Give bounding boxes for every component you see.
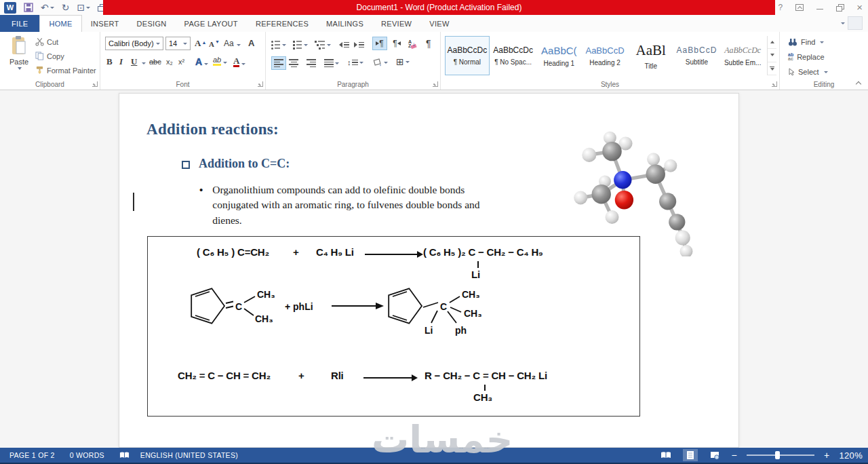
zoom-out-button[interactable]: − <box>732 450 737 461</box>
select-button[interactable]: Select <box>788 68 828 76</box>
read-mode-button[interactable] <box>658 449 673 461</box>
styles-gallery-more[interactable] <box>768 62 776 75</box>
paste-button[interactable]: Paste <box>5 35 33 80</box>
bullets-button[interactable] <box>271 38 286 52</box>
style-normal[interactable]: AaBbCcDc ¶ Normal <box>445 36 490 75</box>
style-title[interactable]: AaBl Title <box>629 36 673 75</box>
styles-dialog-launcher[interactable] <box>772 81 777 87</box>
ribbon-display-options-button[interactable] <box>795 4 804 11</box>
style-subtitle[interactable]: AaBbCcD Subtitle <box>675 36 719 75</box>
web-layout-button[interactable] <box>707 449 722 461</box>
paragraph-dialog-launcher[interactable] <box>433 81 438 87</box>
justify-button[interactable] <box>324 56 339 70</box>
tab-mailings[interactable]: MAILINGS <box>317 15 372 32</box>
decrease-indent-button[interactable] <box>339 38 349 52</box>
font-dialog-launcher[interactable] <box>258 81 263 87</box>
grow-font-button[interactable]: A▲ <box>195 38 206 49</box>
replace-button[interactable]: ab ac Replace <box>788 53 825 61</box>
print-layout-button[interactable] <box>683 449 698 461</box>
zoom-slider-thumb[interactable] <box>775 451 780 459</box>
redo-button[interactable]: ↻ <box>62 2 70 13</box>
show-hide-marks-button[interactable]: ¶ <box>426 37 431 50</box>
molecule-image[interactable] <box>564 124 700 256</box>
align-left-button[interactable] <box>271 56 286 70</box>
find-label: Find <box>801 38 815 46</box>
tab-home[interactable]: HOME <box>39 15 81 32</box>
zoom-level[interactable]: 120% <box>840 450 863 461</box>
close-button[interactable]: × <box>856 1 863 13</box>
format-painter-label: Format Painter <box>47 66 96 75</box>
style-heading2[interactable]: AaBbCcD Heading 2 <box>583 36 627 75</box>
font-size-select[interactable]: 14 <box>165 37 191 50</box>
bold-button[interactable]: B <box>106 56 113 67</box>
subscript-icon: x₂ <box>166 58 173 66</box>
page-indicator[interactable]: PAGE 1 OF 2 <box>9 451 55 459</box>
rtl-text-direction-button[interactable]: ¶ <box>389 37 404 50</box>
ribbon-tabs: FILE HOME INSERT DESIGN PAGE LAYOUT REFE… <box>0 15 868 32</box>
eq3-vertical-bond <box>484 385 486 391</box>
copy-button[interactable]: Copy <box>35 52 64 60</box>
font-family-select[interactable]: Calibri (Body) <box>105 37 163 50</box>
window-title: Document1 - Word (Product Activation Fai… <box>357 3 522 12</box>
change-case-button[interactable]: Aa <box>224 39 241 48</box>
superscript-button[interactable]: x² <box>178 58 184 66</box>
find-button[interactable]: Find <box>788 38 824 46</box>
tab-insert[interactable]: INSERT <box>82 15 128 32</box>
highlight-color-button[interactable]: ab <box>213 56 227 66</box>
save-icon[interactable] <box>24 3 33 12</box>
undo-button[interactable]: ↶ <box>41 2 54 13</box>
styles-scroll-up[interactable] <box>768 36 776 49</box>
document-page[interactable]: Addition reactions: Addition to C=C: • O… <box>119 93 739 448</box>
increase-indent-button[interactable] <box>354 38 364 52</box>
align-center-button[interactable] <box>289 56 298 70</box>
eq1-vertical-bond <box>477 261 479 268</box>
superscript-icon: x² <box>178 58 184 66</box>
proofing-status[interactable] <box>119 451 130 459</box>
styles-gallery-scroll <box>767 36 776 75</box>
style-heading1[interactable]: AaBbC( Heading 1 <box>536 36 581 75</box>
shrink-font-button[interactable]: A▼ <box>209 39 220 48</box>
italic-button[interactable]: I <box>119 56 123 67</box>
shading-button[interactable] <box>373 56 388 69</box>
editing-group-label: Editing <box>780 81 868 88</box>
select-label: Select <box>798 68 819 76</box>
subscript-button[interactable]: x₂ <box>166 58 173 66</box>
ltr-text-direction-button[interactable]: ¶ <box>372 37 387 50</box>
copy-icon <box>35 52 44 60</box>
tab-references[interactable]: REFERENCES <box>247 15 317 32</box>
style-subtle-emphasis[interactable]: AaBbCcDc Subtle Em... <box>720 36 765 75</box>
multilevel-list-button[interactable] <box>315 38 331 52</box>
clipboard-dialog-launcher[interactable] <box>92 81 98 87</box>
underline-button[interactable]: U <box>131 56 137 67</box>
font-color-button[interactable]: A <box>233 56 245 67</box>
tab-review[interactable]: REVIEW <box>372 15 420 32</box>
user-avatar[interactable] <box>848 16 863 30</box>
cut-button[interactable]: Cut <box>35 37 58 46</box>
numbering-button[interactable] <box>293 38 308 52</box>
format-painter-button[interactable]: Format Painter <box>35 66 96 75</box>
align-right-button[interactable] <box>307 56 316 70</box>
tab-file[interactable]: FILE <box>0 15 39 32</box>
collapse-ribbon-button[interactable] <box>856 81 861 86</box>
underline-dropdown[interactable] <box>142 62 146 64</box>
sort-button[interactable]: AZ ↓ <box>408 37 416 51</box>
styles-scroll-down[interactable] <box>768 49 776 62</box>
word-count[interactable]: 0 WORDS <box>70 451 104 459</box>
web-layout-icon <box>710 451 719 460</box>
style-no-spacing[interactable]: AaBbCcDc ¶ No Spac... <box>491 36 536 75</box>
account-dropdown-icon[interactable] <box>841 22 845 24</box>
zoom-slider[interactable] <box>747 455 814 456</box>
strikethrough-button[interactable]: abc <box>149 58 161 66</box>
tab-view[interactable]: VIEW <box>420 15 458 32</box>
language-indicator[interactable]: ENGLISH (UNITED STATES) <box>140 451 238 459</box>
help-button[interactable]: ? <box>778 3 783 12</box>
tab-page-layout[interactable]: PAGE LAYOUT <box>176 15 247 32</box>
line-spacing-button[interactable]: ↕ <box>347 56 363 69</box>
text-effects-button[interactable]: A <box>195 56 208 67</box>
zoom-in-button[interactable]: + <box>824 450 829 461</box>
draw-table-button[interactable]: ⊡ <box>77 2 90 13</box>
minimize-button[interactable] <box>816 9 823 10</box>
borders-button[interactable]: ⊞ <box>396 55 410 69</box>
tab-design[interactable]: DESIGN <box>128 15 176 32</box>
restore-button[interactable] <box>836 4 844 11</box>
